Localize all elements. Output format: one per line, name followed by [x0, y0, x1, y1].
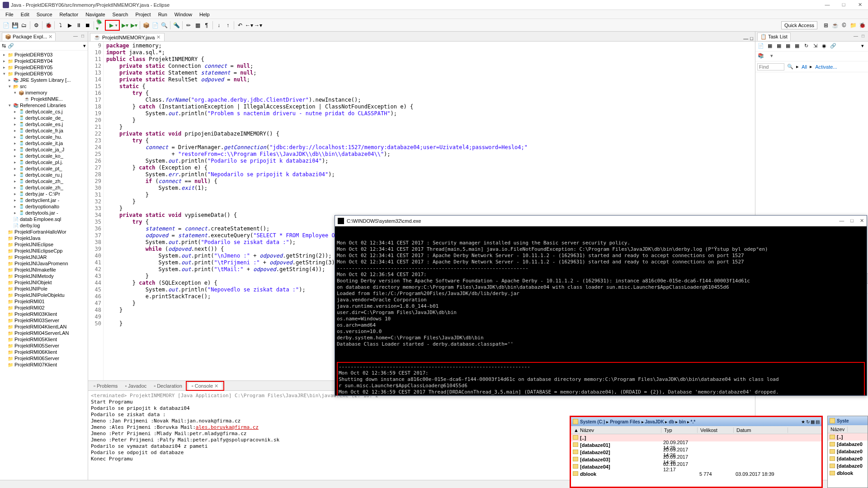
package-tree[interactable]: ▸ProjektDERBY03▸ProjektDERBY04▸ProjektDE…	[0, 51, 88, 480]
menu-search[interactable]: Search	[109, 11, 132, 18]
next-annotation-button[interactable]: ↓	[215, 21, 223, 29]
tree-item[interactable]: ProjektRMI01	[1, 298, 87, 305]
file-manager-left[interactable]: System (C:) ▸ Program Files ▸ JavaJDK ▸ …	[570, 416, 823, 488]
fm-row[interactable]: [databaze04]02.10.2017 12:17	[571, 463, 821, 470]
menu-edit[interactable]: Edit	[17, 11, 33, 18]
menu-refactor[interactable]: Refactor	[56, 11, 82, 18]
tree-item[interactable]: ProjektRMI04ServerLAN	[1, 330, 87, 336]
collapse-all-button[interactable]: ⇆	[2, 43, 6, 49]
tree-item[interactable]: ▸derbyLocale_ko_	[1, 153, 87, 159]
task-filter2-button[interactable]: ▦	[775, 43, 783, 50]
fm-row[interactable]: [..]	[828, 433, 868, 441]
editor-minimize-button[interactable]: —	[743, 36, 748, 41]
minimize-button[interactable]: —	[822, 2, 833, 8]
fm2-file-list[interactable]: [..][databaze0[databaze0[databaze0[datab…	[828, 433, 868, 488]
profile-button[interactable]: ⚙	[32, 21, 40, 29]
close-button[interactable]: ✕	[854, 2, 865, 8]
tree-item[interactable]: ProjektJNImakefile	[1, 267, 87, 273]
tree-item[interactable]: ▸ProjektDERBY03	[1, 52, 87, 58]
new-class-button[interactable]: 📄	[151, 21, 159, 29]
file-manager-right[interactable]: Syste Název [..][databaze0[databaze0[dat…	[827, 416, 868, 488]
tree-item[interactable]: ▾src	[1, 83, 87, 89]
suspend-button[interactable]: ⏸	[75, 21, 83, 29]
cpp-perspective-button[interactable]: ©	[840, 21, 848, 29]
tree-item[interactable]: ▸derbyLocale_pl.j.	[1, 159, 87, 165]
open-perspective-button[interactable]: ⊞	[822, 21, 830, 29]
tree-item[interactable]: ▸derbyLocale_ja_J	[1, 146, 87, 153]
task-sync-button[interactable]: ↻	[802, 43, 810, 50]
close-icon[interactable]: ✕	[48, 34, 52, 40]
open-type-button[interactable]: 🔍	[160, 21, 168, 29]
save-button[interactable]: 💾	[11, 21, 19, 29]
task-view-menu[interactable]: ▾	[768, 53, 775, 60]
save-all-button[interactable]: 🗂	[20, 21, 28, 29]
coverage-button[interactable]: ▶▾	[121, 21, 129, 29]
task-find-input[interactable]	[757, 63, 784, 70]
tree-item[interactable]: ProjektRMI04KlientLAN	[1, 324, 87, 330]
editor-tab[interactable]: ☕ ProjektINMEMORY.java ✕	[90, 33, 165, 41]
tree-item[interactable]: ProjektJava	[1, 235, 87, 241]
cmd-window[interactable]: C:\WINDOWS\system32\cmd.exe — □ ✕ Mon Oc…	[335, 215, 867, 396]
tree-item[interactable]: ▸derbyLocale_pt_	[1, 165, 87, 172]
cmd-maximize-button[interactable]: □	[850, 218, 854, 224]
tree-item[interactable]: ProjektJNIPoleObjektu	[1, 292, 87, 298]
tree-item[interactable]: ProjektJNIMetody	[1, 273, 87, 279]
fm-tb4[interactable]: ▤	[816, 419, 820, 424]
last-edit-button[interactable]: ↶	[236, 21, 244, 29]
view-menu-button[interactable]: ▾	[83, 43, 86, 49]
tree-item[interactable]: ProjektFortranHalloWor	[1, 229, 87, 235]
tree-item[interactable]: ▾Referenced Libraries	[1, 102, 87, 108]
debug-dropdown[interactable]: 🐞	[44, 21, 52, 29]
tree-item[interactable]: ProjektRMI03Klient	[1, 311, 87, 317]
search-button[interactable]: 🔦	[172, 21, 180, 29]
tree-item[interactable]: ▸ProjektDERBY05	[1, 64, 87, 70]
forward-button[interactable]: →▾	[254, 21, 262, 29]
maximize-button[interactable]: □	[838, 2, 849, 8]
close-tab-icon[interactable]: ✕	[156, 34, 160, 40]
fm-col-header[interactable]: Velikost	[698, 427, 734, 433]
tree-item[interactable]: ▾inmemory	[1, 89, 87, 96]
bottom-tab-javadoc[interactable]: ▫ Javadoc	[121, 382, 150, 389]
run-last-button[interactable]: ▶▾	[130, 21, 138, 29]
tree-item[interactable]: ProjektRMI06Klient	[1, 349, 87, 355]
new-task-button[interactable]: 📄	[757, 43, 764, 50]
fm-tb3[interactable]: ▦	[811, 419, 815, 424]
tree-item[interactable]: ProjektRMI05Server	[1, 343, 87, 349]
tree-item[interactable]: ProjektRMI07Klient	[1, 361, 87, 368]
fm-col-header[interactable]: Typ	[661, 427, 698, 433]
menu-run[interactable]: Run	[155, 11, 171, 18]
menu-help[interactable]: Help	[196, 11, 213, 18]
tree-item[interactable]: ProjektJNIJavaPromenn	[1, 260, 87, 267]
tree-item[interactable]: ProjektJNIEclipse	[1, 241, 87, 248]
tree-item[interactable]: ▾ProjektDERBY06	[1, 70, 87, 77]
tree-item[interactable]: ▸derbyclient.jar -	[1, 197, 87, 203]
minimize-view-button[interactable]: —	[72, 33, 79, 40]
toggle-mark-button[interactable]: ✏	[184, 21, 193, 29]
skip-breakpoints-button[interactable]: ⤵	[57, 21, 65, 29]
show-whitespace-button[interactable]: ¶	[203, 21, 211, 29]
task-menu-button[interactable]: ▾	[859, 43, 866, 50]
task-focus-button[interactable]: ◉	[821, 43, 828, 50]
tree-item[interactable]: ProjektRMI06Server	[1, 355, 87, 361]
cmd-close-button[interactable]: ✕	[860, 218, 864, 224]
bottom-tab-console[interactable]: ▫ Console ✕	[188, 382, 222, 390]
fm-tb2[interactable]: ↻	[806, 419, 810, 424]
menu-project[interactable]: Project	[132, 11, 154, 18]
tree-item[interactable]: ▸derbyLocale_hu.	[1, 134, 87, 140]
back-button[interactable]: ←▾	[245, 21, 253, 29]
task-categorize-button[interactable]: ▦	[784, 43, 792, 50]
fm-row[interactable]: [databaze0	[828, 455, 868, 462]
fm-col-header[interactable]: ▲ Název	[571, 427, 661, 433]
tree-item[interactable]: ▸derbyLocale_ru.j	[1, 172, 87, 178]
tree-item[interactable]: ProjektRMI05Klient	[1, 336, 87, 343]
menu-window[interactable]: Window	[171, 11, 196, 18]
tree-item[interactable]: ProjektRMI02	[1, 305, 87, 311]
tree-item[interactable]: ▸derbyoptionalto	[1, 203, 87, 210]
quick-access[interactable]: Quick Access	[781, 21, 817, 29]
tree-item[interactable]: ProjektJNIJAR	[1, 254, 87, 260]
tree-item[interactable]: ▸derby.jar - C:\Pr	[1, 191, 87, 197]
tree-item[interactable]: ▸derbytools.jar -	[1, 210, 87, 216]
tree-item[interactable]: ProjektRMI03Server	[1, 317, 87, 324]
tree-item[interactable]: ProjektINME...	[1, 96, 87, 102]
tree-item[interactable]: derby.log	[1, 222, 87, 229]
